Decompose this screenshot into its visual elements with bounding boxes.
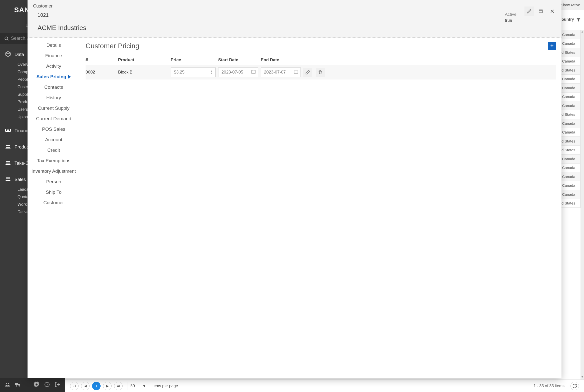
edit-button[interactable] [524, 6, 534, 16]
pager-page-current[interactable]: 1 [92, 382, 101, 390]
tab-pos-sales[interactable]: POS Sales [28, 124, 80, 134]
cell-country: Canada [562, 77, 575, 81]
svg-point-5 [8, 145, 10, 146]
svg-point-3 [8, 130, 9, 131]
grid-scrollbar[interactable]: ▲ ▼ [580, 30, 584, 380]
svg-line-1 [8, 39, 9, 40]
trash-icon [318, 70, 323, 75]
svg-rect-12 [15, 383, 18, 385]
pager-first[interactable]: ⏮ [70, 382, 79, 390]
modal-tabs: DetailsFinanceActivitySales PricingConta… [28, 38, 80, 378]
cell-country: Canada [562, 183, 575, 188]
gear-icon[interactable] [34, 382, 40, 388]
pencil-icon [527, 9, 532, 14]
svg-point-13 [16, 385, 17, 386]
tab-account[interactable]: Account [28, 134, 80, 145]
cell-country: Canada [562, 130, 575, 134]
start-date-value: 2023-07-05 [221, 70, 243, 75]
logout-icon[interactable] [55, 382, 61, 388]
cell-country: Canada [562, 86, 575, 90]
calendar-icon[interactable] [294, 69, 299, 76]
cube-icon [5, 51, 11, 58]
tab-label: Contacts [44, 84, 63, 90]
svg-rect-17 [539, 10, 542, 13]
row-delete-button[interactable] [316, 68, 325, 77]
pager-prev[interactable]: ◀ [81, 382, 90, 390]
start-date-input[interactable]: 2023-07-05 [218, 68, 258, 77]
pager: ⏮ ◀ 1 ▶ ⏭ 50 ▼ items per page 1 - 33 of … [65, 380, 584, 392]
chevron-down-icon: ▼ [142, 384, 146, 388]
row-edit-button[interactable] [303, 68, 312, 77]
cell-country: Canada [562, 59, 575, 63]
tab-current-supply[interactable]: Current Supply [28, 103, 80, 114]
price-table-header: # Product Price Start Date End Date [86, 55, 556, 65]
spinner-icon[interactable]: ▲▼ [210, 68, 214, 76]
tab-person[interactable]: Person [28, 176, 80, 187]
tab-label: Customer [43, 200, 64, 206]
tab-finance[interactable]: Finance [28, 50, 80, 61]
maximize-button[interactable] [536, 6, 545, 16]
tab-sales-pricing[interactable]: Sales Pricing [28, 72, 80, 82]
tab-credit[interactable]: Credit [28, 145, 80, 156]
end-date-value: 2023-07-07 [264, 70, 286, 75]
pager-pagesize[interactable]: 50 ▼ [128, 382, 149, 390]
price-input[interactable]: $3.25▲▼ [171, 68, 216, 77]
svg-point-4 [6, 145, 8, 146]
tab-label: Details [46, 42, 61, 48]
nav-group-label: Data [15, 52, 24, 57]
items-per-page-label: items per page [152, 384, 178, 388]
tab-label: Inventory Adjustment [32, 168, 76, 174]
price-value: $3.25 [174, 70, 185, 75]
pager-last[interactable]: ⏭ [114, 382, 123, 390]
nav-group-label: Sales [15, 177, 26, 182]
svg-point-14 [19, 385, 20, 386]
cell-country: Canada [562, 174, 575, 179]
tab-tax-exemptions[interactable]: Tax Exemptions [28, 156, 80, 166]
people-icon [5, 176, 11, 183]
tab-label: Person [46, 179, 61, 184]
end-date-input[interactable]: 2023-07-07 [261, 68, 301, 77]
calendar-icon[interactable] [251, 69, 256, 76]
svg-point-10 [6, 383, 7, 384]
col-end: End Date [261, 58, 301, 62]
svg-point-6 [6, 161, 8, 162]
clock-icon[interactable] [44, 382, 50, 388]
active-value: true [505, 18, 516, 23]
tab-contacts[interactable]: Contacts [28, 82, 80, 92]
cell-country: Canada [562, 94, 575, 99]
tab-label: Credit [47, 148, 60, 153]
svg-point-8 [6, 177, 8, 179]
tab-customer[interactable]: Customer [28, 198, 80, 208]
people-icon[interactable] [5, 382, 11, 388]
pager-next[interactable]: ▶ [103, 382, 112, 390]
col-price: Price [171, 58, 216, 62]
svg-point-0 [5, 37, 8, 40]
cell-country: Canada [562, 104, 575, 108]
filter-icon[interactable] [576, 17, 581, 23]
customer-id: 1021 [38, 12, 556, 18]
pager-refresh[interactable] [570, 382, 579, 390]
svg-point-11 [8, 383, 9, 384]
content-title: Customer Pricing [86, 42, 556, 50]
truck-icon[interactable] [15, 382, 21, 388]
window-icon [538, 9, 543, 14]
tab-history[interactable]: History [28, 92, 80, 103]
modal-header: Customer 1021 ACME Industries Active tru… [28, 0, 561, 38]
scroll-up-icon[interactable]: ▲ [580, 30, 584, 34]
close-button[interactable] [547, 6, 557, 16]
tab-inventory-adjustment[interactable]: Inventory Adjustment [28, 166, 80, 176]
tab-details[interactable]: Details [28, 40, 80, 50]
price-row: 0002Block B$3.25▲▼2023-07-052023-07-07 [86, 65, 556, 80]
active-label: Active [505, 12, 516, 17]
add-price-button[interactable]: + [548, 42, 556, 50]
tab-label: Current Demand [36, 116, 71, 122]
cell-country: Canada [562, 32, 575, 37]
tab-label: Activity [46, 64, 61, 69]
active-field: Active true [505, 12, 516, 23]
people-icon [5, 144, 11, 151]
svg-point-7 [8, 161, 10, 162]
scroll-down-icon[interactable]: ▼ [580, 376, 584, 380]
tab-activity[interactable]: Activity [28, 61, 80, 72]
tab-current-demand[interactable]: Current Demand [28, 114, 80, 124]
tab-ship-to[interactable]: Ship To [28, 187, 80, 198]
